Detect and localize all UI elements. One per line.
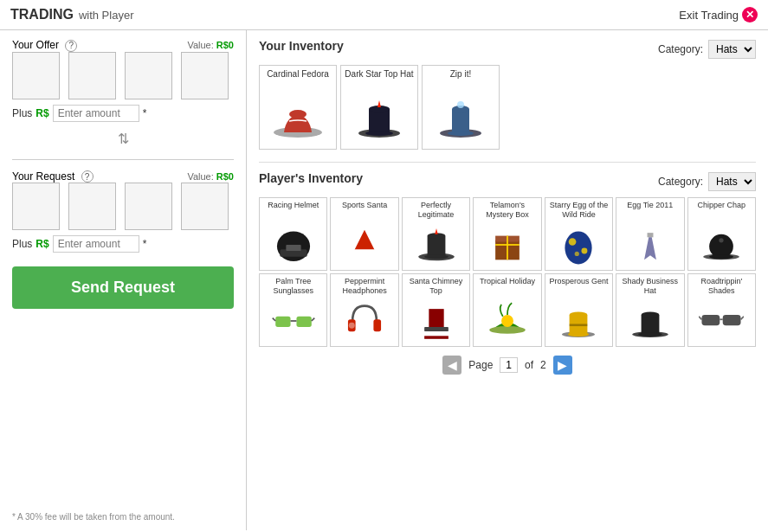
svg-point-52 bbox=[568, 332, 589, 337]
svg-point-29 bbox=[575, 252, 579, 256]
svg-point-34 bbox=[720, 238, 724, 242]
player-item-img bbox=[628, 222, 673, 267]
offer-plus-row: Plus R$ * bbox=[12, 105, 234, 122]
player-inventory-item-10[interactable]: Tropical Holiday bbox=[473, 273, 541, 347]
player-item-name: Egg Tie 2011 bbox=[619, 201, 681, 220]
player-inventory-item-5[interactable]: Egg Tie 2011 bbox=[616, 197, 684, 271]
page-current: 1 bbox=[500, 357, 518, 373]
main-layout: Your Offer ? Value: R$0 Plus R$ * bbox=[0, 30, 768, 530]
svg-point-51 bbox=[570, 312, 588, 318]
right-panel-inner: Your Inventory Category: Hats Cardinal F… bbox=[259, 39, 756, 375]
player-category-select[interactable]: Hats bbox=[708, 172, 756, 191]
svg-point-57 bbox=[638, 332, 662, 337]
request-slot-4[interactable] bbox=[181, 183, 229, 230]
offer-robux-symbol: R$ bbox=[35, 107, 48, 119]
offer-amount-input[interactable] bbox=[53, 105, 139, 122]
svg-point-5 bbox=[365, 131, 393, 136]
request-item-grid bbox=[12, 183, 234, 230]
request-title: Your Request ? bbox=[12, 170, 94, 183]
player-inventory-item-4[interactable]: Starry Egg of the Wild Ride bbox=[545, 197, 613, 271]
player-item-name: Prosperous Gent bbox=[548, 277, 610, 296]
svg-rect-14 bbox=[286, 245, 300, 251]
send-request-button[interactable]: Send Request bbox=[12, 266, 234, 309]
request-header: Your Request ? Value: R$0 bbox=[12, 170, 234, 183]
request-slot-1[interactable] bbox=[12, 183, 60, 230]
player-item-name: Palm Tree Sunglasses bbox=[262, 277, 324, 296]
player-item-img bbox=[699, 298, 744, 343]
prev-page-button[interactable]: ◀ bbox=[442, 356, 461, 375]
player-inventory-item-3[interactable]: Telamon's Mystery Box bbox=[473, 197, 541, 271]
svg-rect-3 bbox=[369, 109, 390, 133]
offer-title: Your Offer ? bbox=[12, 39, 77, 52]
offer-slot-4[interactable] bbox=[181, 52, 229, 99]
offer-value: Value: R$0 bbox=[187, 40, 234, 50]
offer-help-icon[interactable]: ? bbox=[65, 40, 77, 52]
page-label: Page bbox=[468, 359, 493, 371]
svg-point-42 bbox=[349, 323, 355, 329]
player-item-name: Santa Chimney Top bbox=[405, 277, 467, 296]
fee-note: * A 30% fee will be taken from the amoun… bbox=[12, 512, 234, 522]
svg-point-1 bbox=[289, 110, 307, 119]
player-item-img bbox=[271, 298, 316, 343]
player-inventory-item-7[interactable]: Palm Tree Sunglasses bbox=[259, 273, 327, 347]
swap-arrows-icon: ⇅ bbox=[118, 131, 129, 147]
your-inventory-title: Your Inventory bbox=[259, 39, 344, 53]
request-help-icon[interactable]: ? bbox=[81, 170, 94, 183]
header-subtitle: with Player bbox=[79, 9, 134, 22]
svg-point-20 bbox=[424, 254, 449, 259]
svg-rect-30 bbox=[647, 233, 653, 237]
offer-header: Your Offer ? Value: R$0 bbox=[12, 39, 234, 52]
player-inventory-item-13[interactable]: Roadtrippin' Shades bbox=[687, 273, 756, 347]
your-category-select[interactable]: Hats bbox=[708, 40, 756, 59]
player-item-img bbox=[556, 298, 601, 343]
your-inventory-item-1[interactable]: Dark Star Top Hat bbox=[340, 65, 418, 150]
player-inventory-item-2[interactable]: Perfectly Legitimate bbox=[402, 197, 470, 271]
your-category-label: Category: bbox=[658, 43, 703, 55]
player-inventory-item-8[interactable]: Peppermint Headphones bbox=[330, 273, 398, 347]
player-item-name: Roadtrippin' Shades bbox=[691, 277, 752, 296]
player-inventory-item-1[interactable]: Sports Santa bbox=[330, 197, 398, 271]
arrows-divider: ⇅ bbox=[12, 131, 234, 147]
header: TRADING with Player Exit Trading ✕ bbox=[0, 0, 768, 30]
player-inventory-item-0[interactable]: Racing Helmet bbox=[259, 197, 327, 271]
player-item-name: Racing Helmet bbox=[262, 201, 324, 220]
request-slot-3[interactable] bbox=[125, 183, 172, 230]
svg-point-33 bbox=[709, 254, 733, 259]
svg-rect-18 bbox=[427, 236, 445, 257]
svg-point-28 bbox=[582, 247, 588, 253]
player-inventory-item-11[interactable]: Prosperous Gent bbox=[545, 273, 613, 347]
offer-slot-1[interactable] bbox=[12, 52, 60, 99]
svg-line-39 bbox=[312, 318, 314, 321]
svg-rect-46 bbox=[424, 336, 449, 338]
svg-point-48 bbox=[501, 315, 513, 327]
offer-item-grid bbox=[12, 52, 234, 99]
next-page-button[interactable]: ▶ bbox=[553, 356, 572, 375]
request-slot-2[interactable] bbox=[68, 183, 116, 230]
offer-slot-2[interactable] bbox=[68, 52, 116, 99]
player-item-img bbox=[342, 222, 387, 267]
player-category-label: Category: bbox=[658, 176, 703, 188]
right-panel: Your Inventory Category: Hats Cardinal F… bbox=[247, 30, 768, 530]
offer-slot-3[interactable] bbox=[125, 52, 172, 99]
request-amount-input[interactable] bbox=[53, 235, 139, 253]
player-inventory-item-9[interactable]: Santa Chimney Top bbox=[402, 273, 470, 347]
svg-line-38 bbox=[272, 318, 274, 321]
player-item-name: Chipper Chap bbox=[691, 201, 752, 220]
player-item-img bbox=[342, 298, 387, 343]
player-inventory-grid: Racing Helmet Sports Santa Perfectly Leg… bbox=[259, 197, 756, 347]
request-value: Value: R$0 bbox=[187, 171, 234, 182]
svg-point-11 bbox=[457, 101, 464, 108]
player-inventory-item-12[interactable]: Shady Business Hat bbox=[616, 273, 684, 347]
your-inventory-item-0[interactable]: Cardinal Fedora bbox=[259, 65, 337, 150]
your-inventory-item-2[interactable]: Zip it! bbox=[422, 65, 500, 150]
svg-rect-53 bbox=[570, 324, 588, 326]
player-item-name: Tropical Holiday bbox=[476, 277, 538, 296]
svg-rect-8 bbox=[452, 109, 469, 133]
exit-trading-button[interactable]: Exit Trading ✕ bbox=[679, 7, 758, 22]
player-item-img bbox=[271, 222, 316, 267]
player-inventory-item-6[interactable]: Chipper Chap bbox=[687, 197, 756, 271]
svg-marker-6 bbox=[378, 100, 381, 107]
player-item-img bbox=[556, 222, 601, 267]
svg-marker-21 bbox=[435, 228, 437, 234]
svg-point-27 bbox=[569, 238, 577, 246]
